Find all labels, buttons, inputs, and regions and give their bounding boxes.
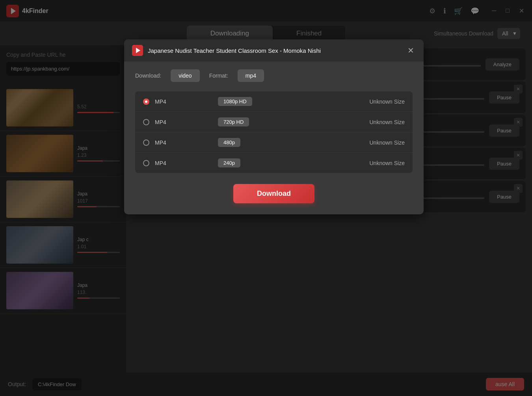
format-label: Format: <box>209 73 228 79</box>
modal-title: Japanese Nudist Teacher Student Classroo… <box>148 47 401 54</box>
modal-logo-icon <box>132 45 143 56</box>
format-size-720p: Unknown Size <box>370 119 405 125</box>
format-radio-480p <box>143 139 149 146</box>
download-format-modal: Japanese Nudist Teacher Student Classroo… <box>124 39 424 214</box>
modal-overlay[interactable]: Japanese Nudist Teacher Student Classroo… <box>0 0 532 396</box>
format-row-240p[interactable]: MP4 240p Unknown Size <box>135 153 413 173</box>
format-row-480p[interactable]: MP4 480p Unknown Size <box>135 132 413 153</box>
format-name-240p: MP4 <box>155 160 186 166</box>
format-quality-240p: 240p <box>218 158 240 167</box>
format-list: MP4 1080p HD Unknown Size MP4 720p HD Un… <box>135 91 413 173</box>
format-size-480p: Unknown Size <box>370 139 405 146</box>
modal-options-row: Download: video Format: mp4 <box>135 69 413 82</box>
format-radio-240p <box>143 160 149 166</box>
format-row-1080p[interactable]: MP4 1080p HD Unknown Size <box>135 91 413 112</box>
download-type-value[interactable]: video <box>171 69 199 82</box>
download-type-label: Download: <box>135 73 161 79</box>
format-name-480p: MP4 <box>155 139 186 146</box>
modal-download-button[interactable]: Download <box>233 184 314 203</box>
format-size-1080p: Unknown Size <box>370 99 405 105</box>
format-quality-480p: 480p <box>218 138 240 147</box>
format-quality-720p: 720p HD <box>218 117 249 126</box>
format-radio-1080p <box>143 99 149 105</box>
format-size-240p: Unknown Size <box>370 160 405 166</box>
format-quality-1080p: 1080p HD <box>218 97 252 106</box>
format-name-720p: MP4 <box>155 119 186 125</box>
format-name-1080p: MP4 <box>155 99 186 105</box>
modal-header: Japanese Nudist Teacher Student Classroo… <box>124 39 424 61</box>
modal-close-button[interactable]: ✕ <box>406 46 416 55</box>
format-row-720p[interactable]: MP4 720p HD Unknown Size <box>135 112 413 132</box>
format-radio-720p <box>143 119 149 125</box>
format-value[interactable]: mp4 <box>238 69 264 82</box>
modal-body: Download: video Format: mp4 MP4 1080p HD… <box>124 61 424 214</box>
